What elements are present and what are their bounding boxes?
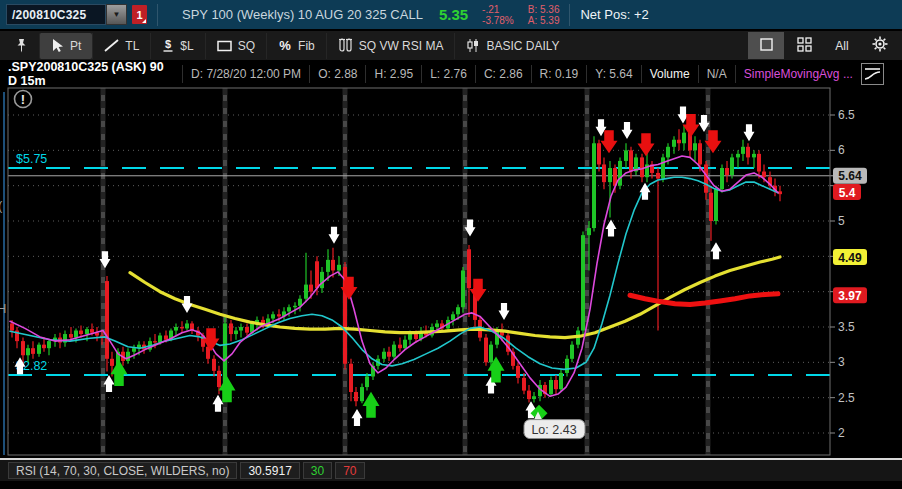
svg-text:4.49: 4.49 <box>838 251 862 265</box>
beaker-icon <box>338 38 353 53</box>
study-label-sma[interactable]: SimpleMovingAvg ... <box>735 65 861 83</box>
toolbar-button-label: Fib <box>298 39 315 53</box>
toolbar-button-pt[interactable]: Pt <box>39 33 92 59</box>
svg-text:2.5: 2.5 <box>838 391 855 405</box>
header-field: O: 2.88 <box>309 65 365 83</box>
top-quote-bar: /200810C325 ▼ 1 SPY 100 (Weeklys) 10 AUG… <box>0 0 902 29</box>
dollar-icon: $ <box>162 38 174 53</box>
toolbar-button-sq[interactable]: SQ <box>205 33 266 59</box>
svg-text:6: 6 <box>838 143 845 157</box>
toolbar-button-all[interactable]: All <box>824 32 860 59</box>
chart-toolbar: PtTL$$LSQ%FibSQ VW RSI MABASIC DAILY All <box>0 29 902 60</box>
gear-icon <box>872 36 888 55</box>
contract-description: SPY 100 (Weeklys) 10 AUG 20 325 CALL <box>182 7 423 22</box>
svg-text:3: 3 <box>838 355 845 369</box>
rsi-overbought-level: 70 <box>335 462 364 479</box>
svg-text:Lo: 2.43: Lo: 2.43 <box>531 423 576 437</box>
header-field: D: 7/28/20 12:00 PM <box>182 65 309 83</box>
svg-text:$: $ <box>165 38 171 50</box>
toolbar-button-fib[interactable]: %Fib <box>266 33 326 59</box>
rsi-study-row: RSI (14, 70, 30, CLOSE, WILDERS, no) 30.… <box>0 460 902 481</box>
divider <box>157 4 158 26</box>
bid-ask-block: B: 5.36 A: 5.39 <box>528 4 560 26</box>
volume-label: Volume <box>641 65 698 83</box>
header-field: R: 0.19 <box>531 65 587 83</box>
toolbar-button-label: Pt <box>70 39 81 53</box>
change-value: -.21 <box>482 4 514 15</box>
alerts-count-badge[interactable]: 1 <box>132 5 147 24</box>
chart-symbol-title: .SPY200810C325 (ASK) 90 D 15m <box>0 60 182 88</box>
toolbar-button-label: TL <box>125 39 139 53</box>
chart-style-button[interactable] <box>861 63 884 85</box>
header-field: C: 2.86 <box>475 65 531 83</box>
price-chart[interactable]: (H$5.75$2.82Lo: 2.43!6.5653.532.525.645.… <box>0 86 902 458</box>
last-price: 5.35 <box>439 6 468 23</box>
percent-icon: % <box>278 39 292 52</box>
svg-text:H: H <box>0 301 6 316</box>
toolbar-button-label: $L <box>180 39 193 53</box>
toolbar-button-single-chart[interactable] <box>748 32 784 59</box>
rsi-oversold-level: 30 <box>303 462 332 479</box>
ask-value: A: 5.39 <box>528 15 560 26</box>
svg-text:(: ( <box>0 198 3 213</box>
grid-layout-icon <box>797 37 812 55</box>
toolbar-button-tl[interactable]: TL <box>92 33 150 59</box>
rsi-label[interactable]: RSI (14, 70, 30, CLOSE, WILDERS, no) <box>8 462 237 479</box>
svg-text:6.5: 6.5 <box>838 108 855 122</box>
candles-icon <box>466 38 480 53</box>
single-chart-icon <box>760 38 773 54</box>
change-percent: -3.78% <box>482 15 514 26</box>
header-field: H: 2.95 <box>365 65 421 83</box>
toolbar-button-sq-vw-rsi-ma[interactable]: SQ VW RSI MA <box>326 33 455 59</box>
svg-text:!: ! <box>21 92 25 107</box>
rsi-panel-top <box>0 481 902 489</box>
svg-text:$5.75: $5.75 <box>16 152 47 166</box>
toolbar-button-label: BASIC DAILY <box>486 39 559 53</box>
square-icon <box>217 40 232 52</box>
svg-text:5: 5 <box>838 214 845 228</box>
symbol-input[interactable]: /200810C325 <box>6 4 106 25</box>
header-field: L: 2.76 <box>421 65 475 83</box>
toolbar-button--l[interactable]: $$L <box>150 33 204 59</box>
ohlc-fields: D: 7/28/20 12:00 PMO: 2.88H: 2.95L: 2.76… <box>182 65 641 83</box>
pin-icon <box>15 38 28 53</box>
svg-text:%: % <box>279 39 291 52</box>
toolbar-button-label: SQ <box>238 39 255 53</box>
toolbar-button-gear[interactable] <box>862 32 898 59</box>
svg-text:2: 2 <box>838 426 845 440</box>
toolbar-button-label: SQ VW RSI MA <box>359 39 444 53</box>
price-change-block: -.21 -3.78% <box>482 4 514 26</box>
svg-text:5.4: 5.4 <box>839 186 856 200</box>
volume-value: N/A <box>698 65 735 83</box>
bid-value: B: 5.36 <box>528 4 560 15</box>
svg-text:5.64: 5.64 <box>838 169 862 183</box>
svg-text:3.97: 3.97 <box>838 289 862 303</box>
toolbar-right-buttons: All <box>748 32 898 59</box>
divider <box>569 4 570 26</box>
toolbar-button-grid-layout[interactable] <box>786 32 822 59</box>
chart-header: .SPY200810C325 (ASK) 90 D 15m D: 7/28/20… <box>0 60 902 86</box>
toolbar-button-pin-icon[interactable] <box>4 33 39 59</box>
symbol-dropdown-button[interactable]: ▼ <box>106 4 127 25</box>
line-curve-icon <box>863 66 882 82</box>
trendline-icon <box>104 39 119 52</box>
cursor-icon <box>51 38 64 53</box>
rsi-value: 30.5917 <box>240 462 299 479</box>
net-position: Net Pos: +2 <box>580 7 648 22</box>
header-field: Y: 5.64 <box>586 65 640 83</box>
toolbar-button-basic-daily[interactable]: BASIC DAILY <box>454 33 570 59</box>
chart-canvas[interactable]: (H$5.75$2.82Lo: 2.43!6.5653.532.525.645.… <box>0 86 902 458</box>
toolbar-buttons: PtTL$$LSQ%FibSQ VW RSI MABASIC DAILY <box>4 33 571 59</box>
svg-text:3.5: 3.5 <box>838 320 855 334</box>
